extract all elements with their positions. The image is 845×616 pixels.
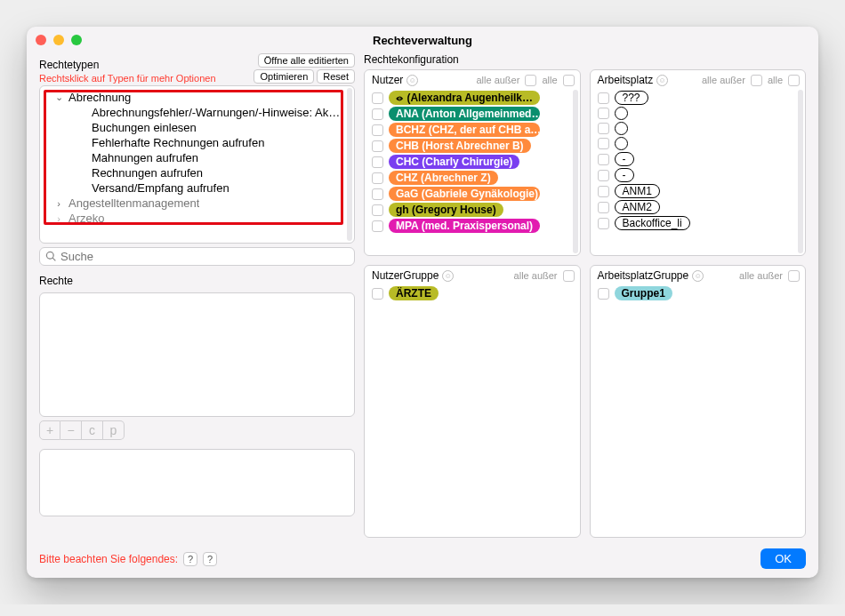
scrollbar[interactable] xyxy=(573,90,578,253)
help-button[interactable]: ? xyxy=(183,552,197,566)
checkbox[interactable] xyxy=(372,92,383,104)
checkbox[interactable] xyxy=(372,204,383,216)
tree-parent-angestellten[interactable]: › Angestelltenmanagement xyxy=(45,196,349,211)
nutzergruppe-label: NutzerGruppe xyxy=(372,269,439,282)
list-item[interactable]: - xyxy=(598,151,802,167)
user-pill: CHB (Horst Abrechner B) xyxy=(389,139,531,153)
list-item[interactable] xyxy=(598,136,802,151)
nutzer-list[interactable]: (Alexandra Augenheilk…ANA (Anton Allgeme… xyxy=(365,88,580,255)
alle-checkbox[interactable] xyxy=(788,75,800,86)
list-item[interactable]: ÄRZTE xyxy=(372,285,576,301)
add-button[interactable]: + xyxy=(39,420,60,440)
list-item[interactable]: CHZ (Abrechner Z) xyxy=(372,170,576,186)
alle-ausser-checkbox[interactable] xyxy=(563,270,575,282)
list-item[interactable]: Gruppe1 xyxy=(598,285,802,301)
smiley-icon[interactable]: ☺ xyxy=(692,270,704,282)
optimize-button[interactable]: Optimieren xyxy=(254,69,314,84)
alle-ausser-checkbox[interactable] xyxy=(525,75,536,86)
smiley-icon[interactable]: ☺ xyxy=(656,75,668,86)
list-item[interactable]: ANM2 xyxy=(598,199,802,215)
workstation-pill: Backoffice_li xyxy=(615,216,690,230)
nutzer-panel: Nutzer ☺ alle außer alle (Alexandra Auge… xyxy=(364,69,581,256)
tree-parent-arzeko[interactable]: › Arzeko xyxy=(45,211,349,226)
user-pill: MPA (med. Praxispersonal) xyxy=(389,219,540,233)
checkbox[interactable] xyxy=(598,154,609,165)
paste-button[interactable]: p xyxy=(103,420,125,440)
list-item[interactable]: (Alexandra Augenheilk… xyxy=(372,90,576,106)
search-input-wrap[interactable] xyxy=(39,247,355,266)
workstation-pill: ANM1 xyxy=(615,184,660,198)
list-item[interactable]: ??? xyxy=(598,90,802,106)
tree-item[interactable]: Abrechnungsfehler/-Warnungen/-Hinweise: … xyxy=(45,105,349,120)
rechte-list[interactable] xyxy=(39,292,355,417)
scrollbar[interactable] xyxy=(347,88,352,241)
list-item[interactable]: ANA (Anton Allgemeinmed… xyxy=(372,106,576,122)
rechtetypen-tree[interactable]: ⌄ Abrechnung Abrechnungsfehler/-Warnunge… xyxy=(39,85,355,244)
alle-ausser-checkbox[interactable] xyxy=(788,270,800,282)
smiley-icon[interactable]: ☺ xyxy=(442,270,454,282)
help-button[interactable]: ? xyxy=(203,552,217,566)
group-pill: Gruppe1 xyxy=(615,286,672,300)
copy-button[interactable]: c xyxy=(82,420,103,440)
list-item[interactable]: Backoffice_li xyxy=(598,215,802,231)
group-pill: ÄRZTE xyxy=(389,286,439,300)
user-pill: (Alexandra Augenheilk… xyxy=(389,91,540,105)
checkbox[interactable] xyxy=(372,108,383,120)
checkbox[interactable] xyxy=(598,202,609,213)
tree-parent-abrechnung[interactable]: ⌄ Abrechnung xyxy=(45,90,349,105)
list-item[interactable]: gh (Gregory House) xyxy=(372,202,576,218)
checkbox[interactable] xyxy=(372,172,383,184)
checkbox[interactable] xyxy=(598,186,609,197)
tree-item[interactable]: Fehlerhafte Rechnungen aufrufen xyxy=(45,135,349,150)
search-input[interactable] xyxy=(60,250,349,263)
checkbox[interactable] xyxy=(372,124,383,136)
alle-ausser-label: alle außer xyxy=(476,75,519,85)
checkbox[interactable] xyxy=(372,156,383,168)
ok-button[interactable]: OK xyxy=(760,548,806,569)
checkbox[interactable] xyxy=(598,108,609,119)
list-item[interactable] xyxy=(598,121,802,136)
rechtetypen-hint: Rechtsklick auf Typen für mehr Optionen xyxy=(39,73,216,84)
list-item[interactable]: CHC (Charly Chirurgie) xyxy=(372,154,576,170)
reset-button[interactable]: Reset xyxy=(317,69,355,84)
alle-ausser-checkbox[interactable] xyxy=(751,75,762,86)
list-item[interactable]: GaG (Gabriele Gynäkologie) xyxy=(372,186,576,202)
remove-button[interactable]: − xyxy=(60,420,82,440)
list-item[interactable]: - xyxy=(598,167,802,183)
checkbox[interactable] xyxy=(372,140,383,152)
alle-checkbox[interactable] xyxy=(563,75,575,86)
smiley-icon[interactable]: ☺ xyxy=(406,75,418,86)
arbeitsplatz-list[interactable]: ???--ANM1ANM2Backoffice_li xyxy=(591,88,806,255)
checkbox[interactable] xyxy=(598,218,609,229)
user-pill: BCHZ (CHZ, der auf CHB a… xyxy=(389,123,540,137)
arbeitsplatzgruppe-list[interactable]: Gruppe1 xyxy=(591,284,806,537)
tree-item[interactable]: Rechnungen aufrufen xyxy=(45,165,349,180)
list-item[interactable]: CHB (Horst Abrechner B) xyxy=(372,138,576,154)
list-item[interactable] xyxy=(598,106,802,121)
eye-icon xyxy=(396,93,403,102)
chevron-down-icon: ⌄ xyxy=(54,92,63,103)
tree-item[interactable]: Buchungen einlesen xyxy=(45,120,349,135)
scrollbar[interactable] xyxy=(798,90,803,253)
workstation-pill: ??? xyxy=(615,91,648,105)
list-item[interactable]: ANM1 xyxy=(598,183,802,199)
checkbox[interactable] xyxy=(598,288,609,300)
checkbox[interactable] xyxy=(598,123,609,134)
titlebar: Rechteverwaltung xyxy=(27,27,818,53)
checkbox[interactable] xyxy=(372,188,383,200)
nutzergruppe-list[interactable]: ÄRZTE xyxy=(365,284,580,537)
alle-ausser-label: alle außer xyxy=(514,270,558,281)
tree-item[interactable]: Versand/Empfang aufrufen xyxy=(45,180,349,196)
nutzergruppe-panel: NutzerGruppe ☺ alle außer ÄRZTE xyxy=(364,265,581,538)
list-item[interactable]: MPA (med. Praxispersonal) xyxy=(372,218,576,234)
checkbox[interactable] xyxy=(598,138,609,149)
list-item[interactable]: BCHZ (CHZ, der auf CHB a… xyxy=(372,122,576,138)
tree-item[interactable]: Mahnungen aufrufen xyxy=(45,150,349,165)
checkbox[interactable] xyxy=(598,170,609,181)
window: Rechteverwaltung Rechtetypen Rechtsklick… xyxy=(27,27,818,578)
open-all-button[interactable]: Öffne alle editierten xyxy=(258,53,355,68)
checkbox[interactable] xyxy=(598,92,609,104)
checkbox[interactable] xyxy=(372,220,383,232)
checkbox[interactable] xyxy=(372,288,383,300)
arbeitsplatz-label: Arbeitsplatz xyxy=(598,74,654,86)
